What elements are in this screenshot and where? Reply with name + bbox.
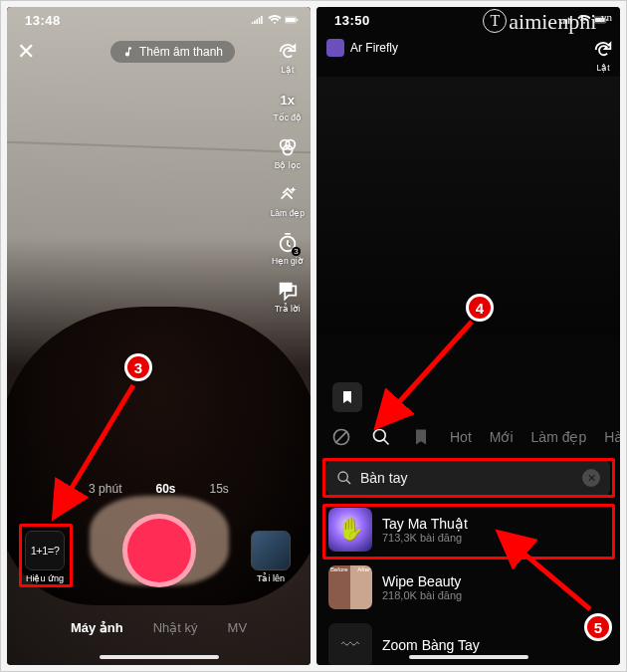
effects-thumb: 1+1=? <box>25 531 65 570</box>
duration-3min[interactable]: 3 phút <box>89 482 121 496</box>
svg-rect-2 <box>297 19 298 21</box>
effect-search[interactable]: Bàn tay ✕ <box>326 460 610 496</box>
add-sound-button[interactable]: Thêm âm thanh <box>110 41 235 63</box>
svg-point-5 <box>283 145 292 154</box>
home-indicator <box>100 655 219 659</box>
filter-tool[interactable]: Bộ lọc <box>275 136 301 170</box>
creator-name: Ar Firefly <box>350 41 398 55</box>
effects-label: Hiệu ứng <box>26 573 64 583</box>
timer-tool[interactable]: 3 Hẹn giờ <box>272 232 304 266</box>
creator-avatar <box>326 39 344 57</box>
cat-hot[interactable]: Hot <box>450 429 472 445</box>
timer-icon: 3 <box>277 232 299 254</box>
flip-tool[interactable]: Lật <box>592 39 614 73</box>
speed-tool[interactable]: 1x Tốc độ <box>274 89 303 122</box>
duration-15s[interactable]: 15s <box>210 482 229 496</box>
effect-categories: Hot Mới Làm đẹp Hài h <box>316 426 620 448</box>
clear-search-icon[interactable]: ✕ <box>582 469 600 487</box>
search-icon[interactable] <box>370 426 392 448</box>
beauty-tool[interactable]: Làm đẹp <box>271 184 305 218</box>
status-time: 13:50 <box>334 13 370 28</box>
home-indicator <box>409 655 528 659</box>
bookmark-button[interactable] <box>332 382 362 412</box>
duration-selector: 3 phút 60s 15s <box>7 482 311 496</box>
bookmark-icon <box>339 389 355 405</box>
svg-point-12 <box>338 472 347 481</box>
cat-beauty[interactable]: Làm đẹp <box>531 429 587 445</box>
upload-label: Tải lên <box>257 573 285 583</box>
result-name: Zoom Bàng Tay <box>382 637 480 653</box>
result-wipe-beauty[interactable]: Wipe Beauty 218,0K bài đăng <box>326 561 610 613</box>
cat-funny[interactable]: Hài h <box>604 429 620 445</box>
music-note-icon <box>122 46 134 58</box>
left-screenshot: 13:48 ✕ Thêm âm thanh Lật 1x Tốc độ Bộ l… <box>7 7 311 665</box>
effect-creator[interactable]: Ar Firefly <box>316 31 620 65</box>
flip-icon <box>592 39 614 61</box>
mode-tabs: Máy ảnh Nhật ký MV <box>7 620 311 635</box>
duration-60s[interactable]: 60s <box>155 482 175 496</box>
status-indicators <box>251 14 299 26</box>
filter-icon <box>277 136 299 158</box>
saved-icon[interactable] <box>410 426 432 448</box>
result-thumb <box>328 623 372 665</box>
search-results: Tay Ma Thuật 713,3K bài đăng Wipe Beauty… <box>316 500 620 665</box>
result-sub: 218,0K bài đăng <box>382 589 462 601</box>
tab-diary[interactable]: Nhật ký <box>153 620 198 635</box>
reply-icon <box>277 280 299 302</box>
record-button[interactable] <box>122 514 196 587</box>
tab-camera[interactable]: Máy ảnh <box>71 620 123 635</box>
flip-icon <box>277 41 299 63</box>
speed-icon: 1x <box>277 89 299 111</box>
flip-tool[interactable]: Lật <box>277 41 299 75</box>
svg-rect-8 <box>595 18 605 22</box>
side-toolbar: Lật <box>592 39 614 73</box>
cat-new[interactable]: Mới <box>490 429 514 445</box>
search-icon <box>336 470 352 486</box>
status-bar: 13:48 <box>7 7 311 31</box>
effects-button[interactable]: 1+1=? Hiệu ứng <box>25 531 65 583</box>
upload-button[interactable]: Tải lên <box>251 531 291 583</box>
right-screenshot: 13:50 Ar Firefly Lật Hot Mới Làm đẹp Hài… <box>316 7 620 665</box>
result-thumb <box>328 508 372 552</box>
svg-point-11 <box>374 430 386 442</box>
svg-rect-9 <box>606 19 607 21</box>
result-name: Tay Ma Thuật <box>382 516 468 532</box>
result-thumb <box>328 565 372 609</box>
status-indicators <box>560 14 608 26</box>
none-icon[interactable] <box>330 426 352 448</box>
beauty-icon <box>277 184 299 206</box>
svg-rect-1 <box>286 18 296 22</box>
side-toolbar: Lật 1x Tốc độ Bộ lọc Làm đẹp 3 Hẹn giờ T… <box>271 41 305 314</box>
status-bar: 13:50 <box>316 7 620 31</box>
tab-mv[interactable]: MV <box>228 620 248 635</box>
close-icon[interactable]: ✕ <box>17 39 45 65</box>
result-tay-ma-thuat[interactable]: Tay Ma Thuật 713,3K bài đăng <box>326 504 610 556</box>
result-sub: 713,3K bài đăng <box>382 532 468 544</box>
upload-thumb <box>251 531 291 570</box>
status-time: 13:48 <box>25 13 61 28</box>
search-value: Bàn tay <box>360 470 407 486</box>
result-name: Wipe Beauty <box>382 573 462 589</box>
reply-tool[interactable]: Trả lời <box>275 280 301 314</box>
